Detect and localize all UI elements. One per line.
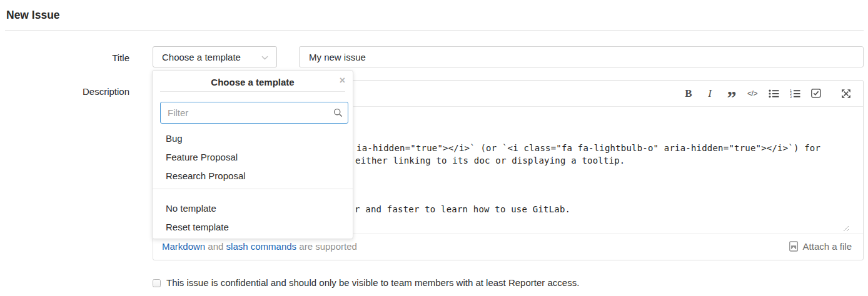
issue-title-input[interactable] — [299, 46, 864, 67]
task-list-icon[interactable] — [810, 88, 822, 99]
slash-commands-link[interactable]: slash commands — [226, 241, 297, 252]
page-title: New Issue — [6, 9, 60, 22]
choose-template-button[interactable]: Choose a template — [153, 46, 277, 67]
template-item-bug[interactable]: Bug — [153, 129, 353, 148]
description-label: Description — [0, 86, 129, 97]
italic-icon[interactable]: I — [704, 88, 715, 99]
dropdown-group-divider — [153, 189, 353, 189]
description-text-line: r and faster to learn how to use GitLab. — [355, 203, 570, 215]
description-text-line: ia-hidden="true"></i>` (or `<i class="fa… — [356, 142, 820, 154]
textarea-resize-handle[interactable] — [842, 224, 849, 232]
new-issue-page: New Issue Title Description Choose a tem… — [0, 0, 868, 296]
markdown-link[interactable]: Markdown — [162, 241, 205, 252]
reset-template-item[interactable]: Reset template — [153, 218, 353, 237]
attach-file-icon — [789, 241, 799, 252]
filter-field — [160, 102, 348, 124]
choose-template-button-label: Choose a template — [162, 52, 241, 62]
template-dropdown: Choose a template × Bug Feature Proposal… — [152, 70, 353, 239]
quote-icon[interactable]: ” — [725, 88, 737, 99]
no-template-item[interactable]: No template — [153, 199, 353, 218]
template-item-feature-proposal[interactable]: Feature Proposal — [153, 148, 353, 167]
template-actions: No template Reset template — [153, 199, 353, 237]
confidential-label: This issue is confidential and should on… — [166, 277, 579, 288]
header-divider — [5, 30, 864, 31]
template-list: Bug Feature Proposal Research Proposal — [153, 129, 353, 185]
search-icon — [333, 108, 343, 117]
dropdown-header-divider — [160, 91, 345, 92]
bullet-list-icon[interactable] — [768, 88, 779, 99]
bold-icon[interactable]: B — [683, 88, 694, 99]
confidential-row: This issue is confidential and should on… — [153, 277, 579, 288]
attach-file-label: Attach a file — [803, 241, 852, 252]
confidential-checkbox[interactable] — [153, 279, 161, 287]
markdown-support-note: Markdown and slash commands are supporte… — [162, 241, 357, 252]
svg-text:3: 3 — [790, 95, 792, 98]
template-dropdown-title: Choose a template — [211, 77, 294, 87]
note-and-text: and — [205, 241, 226, 252]
close-icon[interactable]: × — [340, 74, 345, 87]
note-suffix-text: are supported — [296, 241, 357, 252]
template-dropdown-header: Choose a template × — [153, 71, 353, 87]
numbered-list-icon[interactable]: 1 2 3 — [789, 88, 800, 99]
title-label: Title — [0, 52, 129, 63]
fullscreen-icon[interactable] — [840, 88, 852, 99]
filter-input[interactable] — [160, 102, 348, 124]
code-icon[interactable]: </> — [747, 88, 758, 99]
description-text-line: either linking to its doc or displaying … — [355, 154, 625, 167]
template-item-research-proposal[interactable]: Research Proposal — [153, 167, 353, 185]
chevron-down-icon — [261, 56, 268, 60]
attach-file-button[interactable]: Attach a file — [789, 241, 852, 252]
